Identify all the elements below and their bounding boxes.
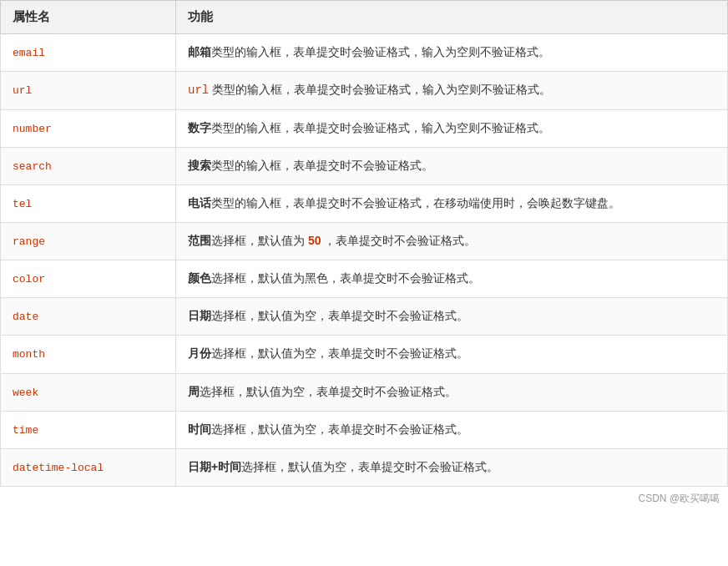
table-row: urlurl 类型的输入框，表单提交时会验证格式，输入为空则不验证格式。 — [1, 72, 728, 110]
func-desc-cell: 日期选择框，默认值为空，表单提交时不会验证格式。 — [176, 298, 728, 336]
func-desc-cell: 数字类型的输入框，表单提交时会验证格式，输入为空则不验证格式。 — [176, 109, 728, 147]
func-desc-cell: 日期+时间选择框，默认值为空，表单提交时不会验证格式。 — [176, 448, 728, 486]
attr-name-cell: week — [1, 373, 176, 411]
attr-name-label: search — [13, 160, 52, 173]
attr-name-label: datetime-local — [13, 462, 104, 474]
table-row: date日期选择框，默认值为空，表单提交时不会验证格式。 — [1, 298, 728, 336]
attr-name-cell: number — [1, 109, 176, 147]
table-row: week周选择框，默认值为空，表单提交时不会验证格式。 — [1, 373, 728, 411]
attr-name-label: date — [13, 311, 38, 323]
table-row: search搜索类型的输入框，表单提交时不会验证格式。 — [1, 147, 728, 184]
table-row: tel电话类型的输入框，表单提交时不会验证格式，在移动端使用时，会唤起数字键盘。 — [1, 185, 728, 223]
attr-name-label: color — [13, 273, 45, 286]
attr-name-label: range — [13, 235, 45, 248]
func-desc-cell: 周选择框，默认值为空，表单提交时不会验证格式。 — [176, 373, 728, 411]
attr-name-cell: tel — [1, 185, 176, 223]
table-row: range范围选择框，默认值为 50 ，表单提交时不会验证格式。 — [1, 223, 728, 260]
table-row: number数字类型的输入框，表单提交时会验证格式，输入为空则不验证格式。 — [1, 109, 728, 147]
attr-name-cell: range — [1, 223, 176, 260]
table-header-row: 属性名 功能 — [1, 1, 728, 34]
func-desc-cell: url 类型的输入框，表单提交时会验证格式，输入为空则不验证格式。 — [176, 72, 728, 110]
table-row: month月份选择框，默认值为空，表单提交时不会验证格式。 — [1, 336, 728, 373]
footer-note: CSDN @欧买噶噶 — [0, 487, 728, 511]
attr-name-cell: date — [1, 298, 176, 336]
attr-name-cell: search — [1, 147, 176, 184]
col-header-attr: 属性名 — [1, 1, 176, 34]
attr-name-cell: color — [1, 260, 176, 298]
attr-name-label: tel — [13, 198, 32, 210]
attr-name-cell: month — [1, 336, 176, 373]
func-desc-cell: 邮箱类型的输入框，表单提交时会验证格式，输入为空则不验证格式。 — [176, 34, 728, 72]
func-desc-cell: 时间选择框，默认值为空，表单提交时不会验证格式。 — [176, 411, 728, 448]
func-desc-cell: 颜色选择框，默认值为黑色，表单提交时不会验证格式。 — [176, 260, 728, 298]
attr-name-label: time — [13, 424, 38, 437]
func-desc-cell: 范围选择框，默认值为 50 ，表单提交时不会验证格式。 — [176, 223, 728, 260]
attr-name-cell: email — [1, 34, 176, 72]
attr-name-cell: url — [1, 72, 176, 110]
attribute-table: 属性名 功能 email邮箱类型的输入框，表单提交时会验证格式，输入为空则不验证… — [0, 0, 728, 487]
attr-name-cell: datetime-local — [1, 448, 176, 486]
attr-name-label: url — [13, 84, 32, 97]
func-desc-cell: 电话类型的输入框，表单提交时不会验证格式，在移动端使用时，会唤起数字键盘。 — [176, 185, 728, 223]
attr-name-label: week — [13, 387, 38, 399]
attr-name-label: email — [13, 47, 45, 59]
attr-name-label: month — [13, 348, 45, 361]
table-row: email邮箱类型的输入框，表单提交时会验证格式，输入为空则不验证格式。 — [1, 34, 728, 72]
func-desc-cell: 月份选择框，默认值为空，表单提交时不会验证格式。 — [176, 336, 728, 373]
table-row: time时间选择框，默认值为空，表单提交时不会验证格式。 — [1, 411, 728, 448]
col-header-func: 功能 — [176, 1, 728, 34]
page-container: 属性名 功能 email邮箱类型的输入框，表单提交时会验证格式，输入为空则不验证… — [0, 0, 728, 566]
attr-name-label: number — [13, 123, 52, 135]
func-desc-cell: 搜索类型的输入框，表单提交时不会验证格式。 — [176, 147, 728, 184]
table-row: datetime-local日期+时间选择框，默认值为空，表单提交时不会验证格式… — [1, 448, 728, 486]
table-row: color颜色选择框，默认值为黑色，表单提交时不会验证格式。 — [1, 260, 728, 298]
attr-name-cell: time — [1, 411, 176, 448]
